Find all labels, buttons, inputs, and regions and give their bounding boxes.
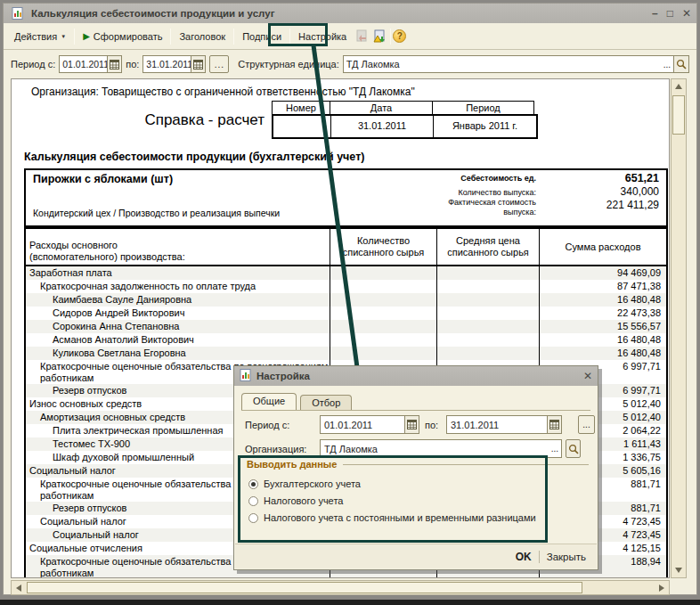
calendar-icon[interactable] — [107, 56, 121, 72]
radio-option-0[interactable]: Бухгалтерского учета — [248, 478, 536, 489]
chevron-down-icon: ▼ — [61, 34, 66, 39]
amount-cell[interactable]: 94 469,09 — [540, 266, 666, 280]
close-button[interactable]: ✕ — [682, 7, 691, 20]
scroll-right-icon[interactable] — [659, 585, 664, 592]
vertical-scrollbar[interactable] — [671, 78, 687, 578]
generate-button[interactable]: ▶ Сформировать — [77, 28, 168, 45]
horizontal-scroll-thumb[interactable] — [27, 582, 582, 593]
calendar-icon[interactable] — [547, 416, 561, 433]
filter-bar: Период с: 01.01.2011 по: 31.01.2011 ... … — [4, 50, 696, 78]
settings-button[interactable]: Настройка — [292, 28, 353, 45]
amount-cell[interactable]: 22 473,38 — [540, 307, 666, 320]
avg-price-cell[interactable] — [437, 280, 540, 293]
save-settings-icon[interactable] — [370, 28, 388, 45]
dialog-close-button[interactable]: ✕ — [583, 370, 592, 382]
expense-label-cell[interactable]: Куликова Светлана Егоровна — [26, 347, 330, 360]
amount-cell[interactable]: 16 480,48 — [540, 293, 666, 307]
avg-price-cell[interactable] — [437, 320, 540, 333]
report-heading: Калькуляция себестоимости продукции (бух… — [24, 151, 364, 163]
spravka-title: Справка - расчет — [56, 111, 265, 129]
restore-settings-icon[interactable] — [353, 28, 370, 45]
quantity-cell[interactable] — [330, 320, 437, 333]
avg-price-cell[interactable] — [437, 266, 540, 280]
avg-price-cell[interactable] — [437, 333, 540, 347]
quantity-cell[interactable] — [330, 307, 437, 320]
unit-cost-value: 651,21 — [543, 172, 659, 185]
table-row[interactable]: Сорокина Анна Степановна15 556,57 — [26, 320, 666, 333]
header-button[interactable]: Заголовок — [173, 28, 232, 45]
avg-price-cell[interactable] — [437, 347, 540, 360]
ok-button[interactable]: OK — [516, 551, 532, 563]
table-row[interactable]: Каимбаева Сауле Данияровна16 480,48 — [26, 293, 666, 307]
tab-general[interactable]: Общие — [241, 393, 297, 410]
horizontal-scrollbar[interactable] — [11, 580, 670, 595]
quantity-cell[interactable] — [330, 293, 437, 307]
col-expenses: Расходы основного (вспомогательного) про… — [26, 229, 330, 265]
tab-filter[interactable]: Отбор — [300, 395, 352, 410]
expense-label-cell[interactable]: Сорокина Анна Степановна — [26, 320, 330, 333]
table-row[interactable]: Краткосрочная задолженность по оплате тр… — [26, 280, 666, 293]
vertical-scroll-thumb[interactable] — [672, 95, 685, 135]
output-data-group-label: Выводить данные — [247, 459, 337, 470]
period-from-field[interactable]: 01.01.2011 — [59, 55, 122, 73]
calendar-icon[interactable] — [404, 416, 419, 433]
dialog-org-search-button[interactable] — [566, 439, 581, 458]
period-to-field[interactable]: 31.01.2011 — [142, 55, 206, 73]
toolbar-separator — [233, 29, 234, 45]
button-divider — [539, 551, 540, 563]
unit-field[interactable]: ТД Лакомка ... — [343, 55, 689, 73]
amount-cell[interactable]: 87 471,38 — [540, 280, 666, 293]
dialog-org-field[interactable]: ТД Лакомка ... — [320, 439, 562, 458]
maximize-button[interactable]: □ — [667, 7, 673, 20]
expense-label-cell[interactable]: Асманов Анатолий Викторович — [26, 333, 330, 347]
organization-line: Организация: Товарищество с ограниченной… — [31, 86, 415, 98]
output-data-radios: Бухгалтерского учетаНалогового учетаНало… — [248, 478, 536, 523]
expense-label-cell[interactable]: Каимбаева Сауле Данияровна — [26, 293, 330, 307]
quantity-cell[interactable] — [330, 333, 437, 347]
amount-cell[interactable]: 16 480,48 — [540, 333, 666, 347]
dialog-period-more-button[interactable]: ... — [578, 415, 595, 434]
radio-unselected-icon[interactable] — [248, 496, 258, 506]
radio-option-label: Налогового учета с постоянными и временн… — [264, 512, 536, 523]
dialog-period-to-field[interactable]: 31.01.2011 — [446, 415, 562, 434]
radio-selected-icon[interactable] — [248, 479, 258, 489]
table-row[interactable]: Заработная плата94 469,09 — [26, 266, 666, 280]
avg-price-cell[interactable] — [437, 293, 540, 307]
quantity-cell[interactable] — [330, 266, 437, 280]
signatures-button[interactable]: Подписи — [236, 28, 288, 45]
calendar-icon[interactable] — [191, 56, 205, 72]
col-quantity: Количество списанного сырья — [330, 229, 437, 265]
table-row[interactable]: Куликова Светлана Егоровна16 480,48 — [26, 347, 666, 360]
expense-label-cell[interactable]: Сидоров Андрей Викторович — [26, 307, 330, 320]
toolbar-separator — [289, 29, 290, 45]
close-dialog-button[interactable]: Закрыть — [547, 552, 586, 562]
scroll-up-icon[interactable] — [675, 84, 682, 89]
quantity-cell[interactable] — [330, 347, 437, 360]
expense-label-cell[interactable]: Заработная плата — [26, 266, 330, 280]
minimize-button[interactable]: – — [652, 7, 658, 20]
scroll-left-icon[interactable] — [16, 585, 21, 592]
scroll-down-icon[interactable] — [675, 568, 682, 573]
table-row[interactable]: Сидоров Андрей Викторович22 473,38 — [26, 307, 666, 320]
dialog-period-from-field[interactable]: 01.01.2011 — [320, 415, 419, 434]
dialog-org-more-button[interactable]: ... — [549, 444, 561, 454]
spravka-date-value: 31.01.2011 — [331, 116, 434, 137]
actions-menu-button[interactable]: Действия ▼ — [8, 28, 72, 45]
avg-price-cell[interactable] — [437, 307, 540, 320]
radio-option-1[interactable]: Налогового учета — [248, 495, 536, 506]
help-icon[interactable]: ? — [393, 29, 406, 43]
window-titlebar[interactable]: Калькуляция себестоимости продукции и ус… — [4, 4, 696, 23]
expense-label-cell[interactable]: Краткосрочная задолженность по оплате тр… — [26, 280, 330, 293]
amount-cell[interactable]: 16 480,48 — [540, 347, 666, 360]
radio-unselected-icon[interactable] — [248, 513, 258, 523]
quantity-cell[interactable] — [330, 280, 437, 293]
spravka-col-number: Номер — [272, 101, 330, 115]
dialog-titlebar[interactable]: Настройка ✕ — [234, 366, 598, 386]
radio-option-2[interactable]: Налогового учета с постоянными и временн… — [248, 512, 536, 523]
amount-cell[interactable]: 15 556,57 — [540, 320, 666, 333]
spravka-period-value: Январь 2011 г. — [434, 116, 536, 137]
unit-more-button[interactable]: ... — [661, 60, 673, 69]
search-icon[interactable] — [673, 56, 688, 72]
period-more-button[interactable]: ... — [209, 55, 229, 73]
table-row[interactable]: Асманов Анатолий Викторович16 480,48 — [26, 333, 666, 347]
